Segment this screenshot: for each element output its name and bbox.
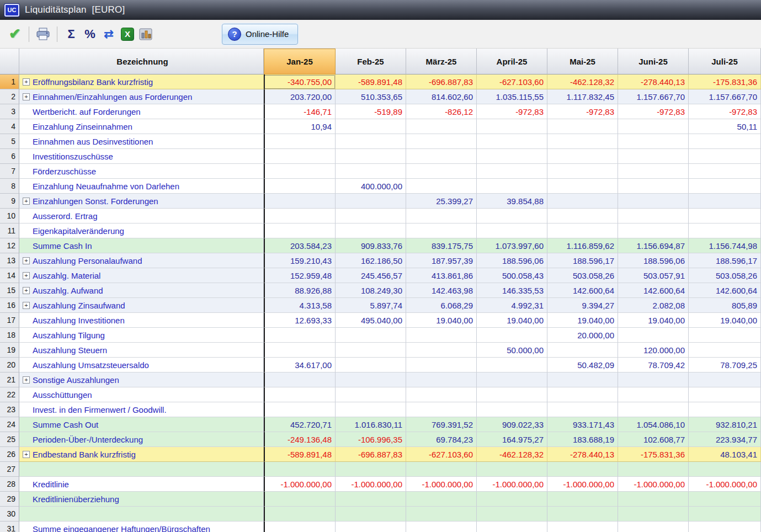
value-cell[interactable] xyxy=(264,328,336,343)
row-label-cell[interactable]: Wertbericht. auf Forderungen xyxy=(19,104,264,119)
value-cell[interactable] xyxy=(264,194,336,209)
row-number[interactable]: 25 xyxy=(0,432,19,447)
value-cell[interactable] xyxy=(336,134,406,149)
value-cell[interactable] xyxy=(547,224,618,238)
value-cell[interactable]: 4.992,31 xyxy=(477,298,547,313)
value-cell[interactable]: 19.040,00 xyxy=(477,313,547,328)
value-cell[interactable] xyxy=(264,164,336,179)
value-cell[interactable] xyxy=(618,507,689,522)
value-cell[interactable]: 223.934,77 xyxy=(689,432,761,447)
value-cell[interactable]: -175.831,36 xyxy=(689,75,761,89)
value-cell[interactable] xyxy=(264,149,336,164)
value-cell[interactable]: 245.456,57 xyxy=(336,268,406,283)
row-number[interactable]: 5 xyxy=(0,134,19,149)
value-cell[interactable]: 88.926,88 xyxy=(264,283,336,298)
value-cell[interactable]: 120.000,00 xyxy=(618,343,689,358)
row-label-cell[interactable]: +Sonstige Auszahlungen xyxy=(19,373,264,387)
value-cell[interactable] xyxy=(618,328,689,343)
month-column-header[interactable]: März-25 xyxy=(406,49,477,75)
value-cell[interactable]: 1.156.744,98 xyxy=(689,238,761,253)
value-cell[interactable]: 142.463,98 xyxy=(406,283,477,298)
row-label-cell[interactable]: Förderzuschüsse xyxy=(19,164,264,179)
value-cell[interactable] xyxy=(618,522,689,532)
value-cell[interactable]: 413.861,86 xyxy=(406,268,477,283)
carry-forward-button[interactable]: ⇄ xyxy=(99,25,118,44)
row-label-cell[interactable]: Ausschüttungen xyxy=(19,387,264,402)
value-cell[interactable] xyxy=(406,522,477,532)
value-cell[interactable] xyxy=(689,387,761,402)
print-button[interactable] xyxy=(34,25,52,44)
value-cell[interactable] xyxy=(477,462,547,477)
value-cell[interactable]: 933.171,43 xyxy=(547,417,618,432)
value-cell[interactable]: -340.755,00 xyxy=(264,75,336,89)
row-label-cell[interactable]: Auszahlung Investitionen xyxy=(19,313,264,328)
online-help-button[interactable]: ? Online-Hilfe xyxy=(222,24,298,45)
value-cell[interactable] xyxy=(264,373,336,387)
month-column-header[interactable]: Jan-25 xyxy=(264,49,336,75)
row-label-cell[interactable]: Einzahlung Neuaufnahme von Darlehen xyxy=(19,179,264,194)
value-cell[interactable]: 142.600,64 xyxy=(689,283,761,298)
value-cell[interactable] xyxy=(406,387,477,402)
value-cell[interactable]: 6.068,29 xyxy=(406,298,477,313)
value-cell[interactable] xyxy=(336,522,406,532)
value-cell[interactable] xyxy=(618,119,689,134)
value-cell[interactable] xyxy=(477,522,547,532)
value-cell[interactable]: 19.040,00 xyxy=(406,313,477,328)
value-cell[interactable]: -696.887,83 xyxy=(336,447,406,462)
value-cell[interactable] xyxy=(547,387,618,402)
row-label-cell[interactable]: +Auszahlg. Material xyxy=(19,268,264,283)
value-cell[interactable] xyxy=(477,387,547,402)
expand-plus-icon[interactable]: + xyxy=(23,93,30,100)
value-cell[interactable] xyxy=(336,194,406,209)
row-label-cell[interactable]: Kreditlinie xyxy=(19,477,264,492)
value-cell[interactable] xyxy=(336,462,406,477)
expand-plus-icon[interactable]: + xyxy=(23,376,30,384)
value-cell[interactable]: 34.617,00 xyxy=(264,358,336,373)
value-cell[interactable] xyxy=(689,402,761,417)
value-cell[interactable] xyxy=(477,358,547,373)
value-cell[interactable]: 50,11 xyxy=(689,119,761,134)
value-cell[interactable] xyxy=(336,164,406,179)
value-cell[interactable]: 183.688,19 xyxy=(547,432,618,447)
value-cell[interactable]: 159.210,43 xyxy=(264,253,336,268)
value-cell[interactable] xyxy=(336,402,406,417)
row-label-cell[interactable]: Summe eingegangener Haftungen/Bürgschaft… xyxy=(19,522,264,532)
row-number[interactable]: 26 xyxy=(0,447,19,462)
value-cell[interactable] xyxy=(264,387,336,402)
row-label-cell[interactable]: Ausserord. Ertrag xyxy=(19,209,264,224)
value-cell[interactable] xyxy=(477,209,547,224)
value-cell[interactable] xyxy=(264,343,336,358)
value-cell[interactable] xyxy=(406,492,477,507)
row-label-cell[interactable]: Eigenkapitalveränderung xyxy=(19,224,264,238)
sum-button[interactable]: Σ xyxy=(62,25,81,44)
value-cell[interactable]: -589.891,48 xyxy=(336,75,406,89)
value-cell[interactable]: -972,83 xyxy=(618,104,689,119)
value-cell[interactable] xyxy=(618,164,689,179)
row-number[interactable]: 1 xyxy=(0,75,19,89)
value-cell[interactable]: 142.600,64 xyxy=(618,283,689,298)
value-cell[interactable]: 1.116.859,62 xyxy=(547,238,618,253)
value-cell[interactable]: 162.186,50 xyxy=(336,253,406,268)
value-cell[interactable] xyxy=(618,149,689,164)
value-cell[interactable] xyxy=(477,492,547,507)
value-cell[interactable]: 510.353,65 xyxy=(336,89,406,104)
value-cell[interactable] xyxy=(406,134,477,149)
row-number[interactable]: 8 xyxy=(0,179,19,194)
row-label-cell[interactable]: Auszahlung Umsatzsteuersaldo xyxy=(19,358,264,373)
row-label-cell[interactable]: Invest. in den Firmenwert / Goodwill. xyxy=(19,402,264,417)
value-cell[interactable] xyxy=(618,402,689,417)
row-number[interactable]: 18 xyxy=(0,328,19,343)
row-label-cell[interactable]: Auszahlung Steuern xyxy=(19,343,264,358)
row-number[interactable]: 10 xyxy=(0,209,19,224)
value-cell[interactable]: 1.156.694,87 xyxy=(618,238,689,253)
value-cell[interactable] xyxy=(689,179,761,194)
value-cell[interactable]: 400.000,00 xyxy=(336,179,406,194)
row-number[interactable]: 13 xyxy=(0,253,19,268)
value-cell[interactable] xyxy=(618,462,689,477)
value-cell[interactable] xyxy=(477,179,547,194)
row-number[interactable]: 29 xyxy=(0,492,19,507)
value-cell[interactable]: -106.996,35 xyxy=(336,432,406,447)
row-number[interactable]: 15 xyxy=(0,283,19,298)
value-cell[interactable] xyxy=(547,134,618,149)
value-cell[interactable]: 19.040,00 xyxy=(689,313,761,328)
